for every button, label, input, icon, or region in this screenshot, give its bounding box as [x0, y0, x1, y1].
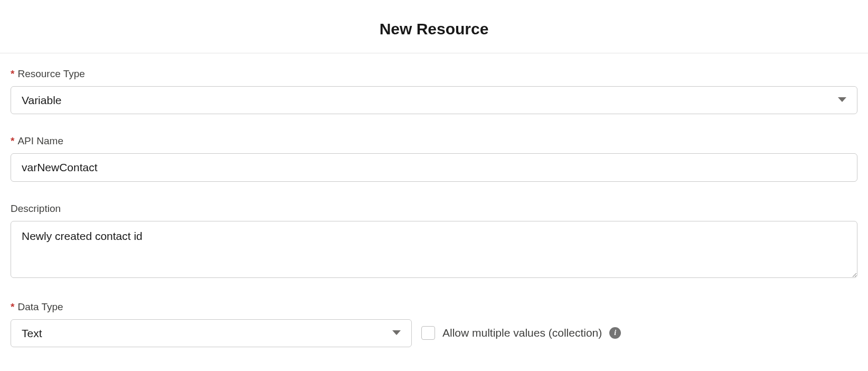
allow-multiple-label[interactable]: Allow multiple values (collection) [442, 327, 602, 339]
data-type-label-text: Data Type [17, 301, 63, 313]
data-type-row: * Data Type Text Allow multiple values (… [11, 301, 857, 347]
field-description: Description Newly created contact id [11, 203, 857, 280]
required-marker: * [11, 68, 14, 80]
allow-multiple-wrap: Allow multiple values (collection) i [421, 326, 621, 347]
field-data-type: * Data Type Text [11, 301, 412, 347]
data-type-select-wrapper: Text [11, 319, 412, 347]
api-name-input[interactable] [11, 153, 857, 182]
dialog-title: New Resource [0, 0, 868, 53]
api-name-label: * API Name [11, 135, 857, 147]
info-icon[interactable]: i [609, 327, 621, 339]
allow-multiple-checkbox[interactable] [421, 326, 435, 340]
field-api-name: * API Name [11, 135, 857, 182]
required-marker: * [11, 135, 14, 147]
new-resource-form: * Resource Type Variable * API Name Desc… [0, 53, 868, 358]
data-type-select[interactable]: Text [11, 319, 412, 347]
resource-type-select[interactable]: Variable [11, 86, 857, 114]
field-resource-type: * Resource Type Variable [11, 68, 857, 114]
required-marker: * [11, 301, 14, 313]
data-type-label: * Data Type [11, 301, 412, 313]
description-label: Description [11, 203, 857, 215]
resource-type-label: * Resource Type [11, 68, 857, 80]
resource-type-select-wrapper: Variable [11, 86, 857, 114]
api-name-label-text: API Name [17, 135, 63, 147]
description-label-text: Description [11, 203, 61, 215]
resource-type-label-text: Resource Type [17, 68, 84, 80]
description-textarea[interactable]: Newly created contact id [11, 221, 857, 278]
